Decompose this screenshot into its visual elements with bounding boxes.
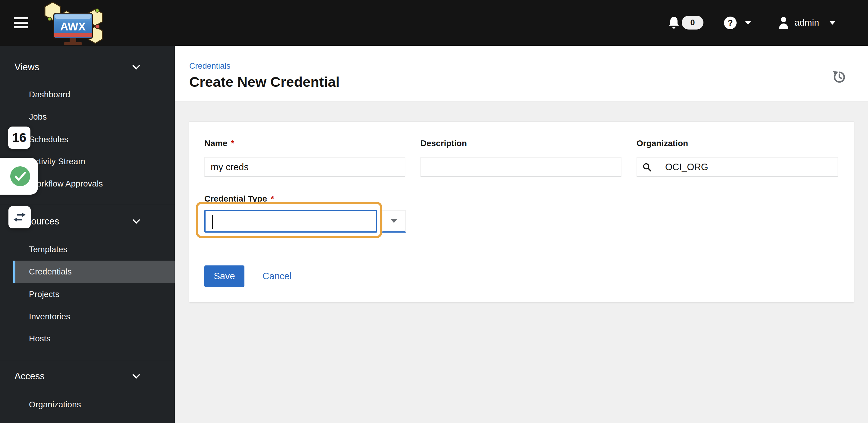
chevron-down-icon <box>132 62 140 69</box>
credential-form-card: Name* Description Organization Credentia… <box>189 122 854 302</box>
sidebar-group-access[interactable]: Access <box>0 365 175 387</box>
search-icon <box>642 162 652 172</box>
sidebar-item-templates[interactable]: Templates <box>0 238 175 261</box>
check-icon <box>10 166 30 186</box>
awx-app: AWX 0 ? admin V <box>0 0 868 423</box>
organization-search-button[interactable] <box>637 158 657 176</box>
sidebar-divider <box>0 360 175 360</box>
sidebar-item-hosts[interactable]: Hosts <box>0 327 175 350</box>
sidebar-nav: Views Dashboard Jobs Schedules Activity … <box>0 46 175 423</box>
main-content: Credentials Create New Credential Name* … <box>175 46 868 423</box>
name-label: Name* <box>204 139 234 148</box>
organization-input[interactable] <box>657 158 838 176</box>
bell-icon <box>668 16 680 30</box>
user-icon <box>778 16 789 30</box>
caret-down-icon <box>391 219 397 223</box>
sidebar-item-jobs[interactable]: Jobs <box>0 106 175 128</box>
swap-arrows-icon <box>13 212 26 223</box>
success-check-badge <box>0 158 38 195</box>
chevron-down-icon <box>132 371 140 379</box>
notifications-bell-button[interactable] <box>668 16 680 30</box>
history-icon <box>831 68 846 84</box>
name-input[interactable] <box>204 157 405 177</box>
highlight-ring <box>196 202 382 238</box>
help-caret-icon[interactable] <box>745 21 751 25</box>
monitor: AWX <box>54 13 93 45</box>
step-number-badge: 16 <box>8 127 30 149</box>
sidebar-group-views[interactable]: Views <box>0 56 175 78</box>
organization-field <box>637 157 838 177</box>
history-button[interactable] <box>831 68 846 84</box>
sidebar-item-dashboard[interactable]: Dashboard <box>0 84 175 106</box>
credential-type-dropdown-toggle[interactable] <box>382 210 406 233</box>
page-header: Credentials Create New Credential <box>175 46 868 102</box>
help-button[interactable]: ? <box>724 17 737 29</box>
nav-toggle-button[interactable] <box>14 17 28 28</box>
sidebar-item-organizations[interactable]: Organizations <box>0 393 175 416</box>
breadcrumb-credentials-link[interactable]: Credentials <box>189 61 230 71</box>
topbar: AWX 0 ? admin <box>0 0 868 46</box>
question-icon: ? <box>727 18 733 28</box>
save-button[interactable]: Save <box>204 265 244 287</box>
description-input[interactable] <box>421 157 621 177</box>
sidebar-divider <box>0 204 175 204</box>
page-title: Create New Credential <box>189 73 340 90</box>
swap-arrows-badge <box>8 206 31 228</box>
brand-text: AWX <box>60 21 86 33</box>
awx-logo[interactable]: AWX <box>44 0 109 46</box>
sidebar-item-credentials[interactable]: Credentials <box>13 261 175 283</box>
sidebar-item-inventories[interactable]: Inventories <box>0 305 175 328</box>
organization-label: Organization <box>637 139 688 148</box>
sidebar-item-projects[interactable]: Projects <box>0 283 175 305</box>
description-label: Description <box>421 139 467 148</box>
cancel-button[interactable]: Cancel <box>262 265 292 287</box>
user-menu-label[interactable]: admin <box>795 18 819 28</box>
chevron-down-icon <box>132 216 140 224</box>
user-menu-caret-icon[interactable] <box>830 21 835 25</box>
notification-count-badge: 0 <box>682 16 704 30</box>
required-asterisk: * <box>231 139 234 148</box>
